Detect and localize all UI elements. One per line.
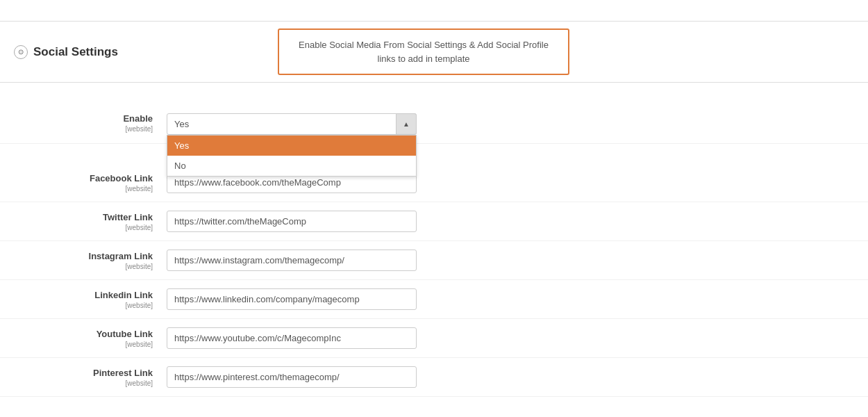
twitter-scope: [website] [14,224,153,231]
youtube-row: Youtube Link [website] [0,319,868,358]
instagram-scope: [website] [14,263,153,270]
notice-box: Enable Social Media From Social Settings… [278,28,569,75]
enable-select-display[interactable]: Yes [167,113,417,135]
enable-label: Enable [14,113,153,124]
instagram-label-wrap: Instagram Link [website] [14,251,167,270]
youtube-input-wrap [167,327,417,349]
linkedin-row: Linkedin Link [website] [0,280,868,319]
enable-selected-value: Yes [174,119,192,129]
page-container: ⊙ Social Settings Enable Social Media Fr… [0,0,868,417]
facebook-label: Facebook Link [14,173,153,183]
linkedin-label-wrap: Linkedin Link [website] [14,290,167,309]
form-content: Enable [website] Yes ▲ Yes No [0,97,868,404]
collapse-icon[interactable]: ⊙ [14,45,28,59]
instagram-label: Instagram Link [14,251,153,261]
instagram-input-wrap [167,250,417,271]
linkedin-label: Linkedin Link [14,290,153,300]
linkedin-scope: [website] [14,302,153,309]
enable-select-wrapper: Yes ▲ Yes No [167,113,417,135]
twitter-input[interactable] [167,211,417,232]
linkedin-input-wrap [167,288,417,310]
pinterest-input-wrap [167,366,417,388]
linkedin-input[interactable] [167,288,417,310]
enable-input-wrap: Yes ▲ Yes No [167,113,417,135]
notice-text: Enable Social Media From Social Settings… [299,40,549,64]
pinterest-row: Pinterest Link [website] [0,358,868,397]
youtube-label: Youtube Link [14,329,153,339]
section-header-left: ⊙ Social Settings [14,45,167,59]
facebook-scope: [website] [14,185,153,193]
section-title: Social Settings [33,45,118,59]
twitter-input-wrap [167,211,417,232]
instagram-row: Instagram Link [website] [0,241,868,280]
pinterest-scope: [website] [14,379,153,387]
facebook-label-wrap: Facebook Link [website] [14,173,167,193]
youtube-input[interactable] [167,327,417,349]
enable-option-yes[interactable]: Yes [167,136,416,156]
enable-label-wrap: Enable [website] [14,113,167,133]
enable-row: Enable [website] Yes ▲ Yes No [0,104,868,144]
facebook-row: Facebook Link [website] [0,163,868,202]
twitter-label: Twitter Link [14,212,153,222]
instagram-input[interactable] [167,250,417,271]
pinterest-label: Pinterest Link [14,368,153,378]
collapse-symbol: ⊙ [18,48,24,56]
pinterest-label-wrap: Pinterest Link [website] [14,368,167,387]
pinterest-input[interactable] [167,366,417,388]
youtube-label-wrap: Youtube Link [website] [14,329,167,348]
enable-dropdown: Yes No [167,135,417,177]
enable-option-no[interactable]: No [167,156,416,176]
enable-select-arrow[interactable]: ▲ [396,113,417,135]
twitter-row: Twitter Link [website] [0,202,868,241]
youtube-scope: [website] [14,341,153,348]
enable-scope: [website] [14,125,153,133]
section-header: ⊙ Social Settings Enable Social Media Fr… [0,21,868,83]
twitter-label-wrap: Twitter Link [website] [14,212,167,231]
main-content: ⊙ Social Settings Enable Social Media Fr… [0,0,868,417]
